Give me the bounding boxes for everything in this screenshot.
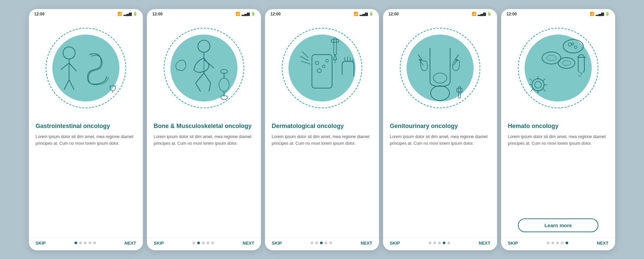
bottom-nav-4: SKIP NEXT xyxy=(383,238,497,250)
status-bar-4: 12:00 📶 ▂▄▆ 🔋 xyxy=(383,9,497,18)
card-title-4: Genitourinary oncology xyxy=(390,122,490,130)
phone-screen-bone: 12:00 📶 ▂▄▆ 🔋 xyxy=(147,9,261,250)
time-2: 12:00 xyxy=(152,12,163,16)
svg-line-48 xyxy=(530,79,532,81)
content-area-5: Hemato oncology Lorem ipsum dolor sit di… xyxy=(501,118,615,238)
phone-screen-genitourinary: 12:00 📶 ▂▄▆ 🔋 xyxy=(383,9,497,250)
signal-icon: ▂▄▆ xyxy=(123,12,131,16)
time-1: 12:00 xyxy=(34,12,45,16)
dot-3-1 xyxy=(315,242,318,244)
svg-point-39 xyxy=(433,73,447,83)
dot-1-1 xyxy=(79,242,82,244)
content-area-4: Genitourinary oncology Lorem ipsum dolor… xyxy=(383,118,497,238)
time-4: 12:00 xyxy=(388,12,399,16)
phone-screen-gastrointestinal: 12:00 📶 ▂▄▆ 🔋 xyxy=(29,9,143,250)
time-5: 12:00 xyxy=(506,12,517,16)
svg-point-60 xyxy=(568,43,572,46)
dots-4 xyxy=(429,242,450,244)
dot-1-4 xyxy=(93,242,96,244)
wifi-icon-2: 📶 xyxy=(235,12,240,16)
signal-icon-2: ▂▄▆ xyxy=(241,12,250,16)
illustration-gastrointestinal xyxy=(39,21,133,115)
dot-3-4 xyxy=(329,242,332,244)
card-body-4: Lorem ipsum dolor sit dim amet, mea regi… xyxy=(390,133,490,235)
phone-screen-hemato: 12:00 📶 ▂▄▆ 🔋 xyxy=(501,9,615,250)
status-bar-3: 12:00 📶 ▂▄▆ 🔋 xyxy=(265,9,379,18)
next-3[interactable]: NEXT xyxy=(361,241,372,246)
battery-icon-5: 🔋 xyxy=(605,12,610,16)
svg-point-43 xyxy=(546,55,556,61)
svg-line-15 xyxy=(204,73,211,83)
next-1[interactable]: NEXT xyxy=(124,241,136,246)
status-bar-1: 12:00 📶 ▂▄▆ 🔋 xyxy=(29,9,143,18)
svg-line-52 xyxy=(543,89,545,91)
card-body-1: Lorem ipsum dolor sit dim amet, mea regi… xyxy=(36,133,136,235)
bottom-nav-5: SKIP NEXT xyxy=(501,238,615,250)
card-body-5: Lorem ipsum dolor sit dim amet, mea regi… xyxy=(508,133,608,216)
skip-1[interactable]: SKIP xyxy=(36,241,46,246)
dot-2-0 xyxy=(193,242,195,244)
svg-point-26 xyxy=(326,59,328,62)
card-title-3: Dermatological oncology xyxy=(272,122,372,130)
skip-5[interactable]: SKIP xyxy=(508,241,518,246)
svg-point-20 xyxy=(221,69,227,73)
svg-point-0 xyxy=(63,47,75,59)
svg-point-24 xyxy=(322,65,325,68)
illustration-area-3 xyxy=(265,18,379,118)
dot-5-2 xyxy=(556,242,559,244)
signal-icon-5: ▂▄▆ xyxy=(596,12,604,16)
svg-line-14 xyxy=(196,83,201,91)
svg-point-46 xyxy=(532,79,544,91)
card-title-5: Hemato oncology xyxy=(508,122,608,130)
dot-3-3 xyxy=(325,242,327,244)
dot-4-2 xyxy=(438,242,441,244)
svg-line-2 xyxy=(61,63,69,70)
learn-more-button[interactable]: Learn more xyxy=(518,218,598,232)
dot-4-3 xyxy=(443,242,445,244)
bottom-nav-3: SKIP NEXT xyxy=(265,238,379,250)
next-2[interactable]: NEXT xyxy=(243,241,254,246)
svg-rect-57 xyxy=(579,68,584,73)
dot-4-4 xyxy=(447,242,450,244)
card-body-3: Lorem ipsum dolor sit dim amet, mea regi… xyxy=(272,133,372,235)
bottom-nav-1: SKIP NEXT xyxy=(29,238,143,250)
svg-point-6 xyxy=(110,85,115,91)
dot-2-4 xyxy=(211,242,214,244)
svg-rect-30 xyxy=(331,40,339,42)
battery-icon-2: 🔋 xyxy=(251,12,256,16)
svg-rect-41 xyxy=(457,88,462,92)
next-5[interactable]: NEXT xyxy=(597,241,608,246)
content-area-1: Gastrointestinal oncology Lorem ipsum do… xyxy=(29,118,143,238)
dot-3-2 xyxy=(320,242,323,244)
card-title-1: Gastrointestinal oncology xyxy=(36,122,136,130)
status-icons-2: 📶 ▂▄▆ 🔋 xyxy=(235,12,256,16)
screens-container: 12:00 📶 ▂▄▆ 🔋 xyxy=(29,9,615,250)
svg-line-54 xyxy=(543,79,545,81)
skip-3[interactable]: SKIP xyxy=(272,241,282,246)
status-icons-4: 📶 ▂▄▆ 🔋 xyxy=(472,12,492,16)
illustration-area-1 xyxy=(29,18,143,118)
illustration-area-5 xyxy=(501,18,615,118)
content-area-2: Bone & Musculoskeletal oncology Lorem ip… xyxy=(147,118,261,238)
content-area-3: Dermatological oncology Lorem ipsum dolo… xyxy=(265,118,379,238)
svg-point-38 xyxy=(431,86,449,101)
wifi-icon-5: 📶 xyxy=(590,12,594,16)
svg-line-8 xyxy=(115,85,116,87)
phone-screen-dermatological: 12:00 📶 ▂▄▆ 🔋 xyxy=(265,9,379,250)
svg-line-35 xyxy=(302,51,309,58)
svg-point-59 xyxy=(563,40,583,53)
dot-2-3 xyxy=(207,242,209,244)
svg-line-5 xyxy=(69,80,74,90)
dot-5-1 xyxy=(551,242,554,244)
svg-rect-27 xyxy=(334,38,336,55)
svg-point-61 xyxy=(574,46,577,49)
illustration-dermatological xyxy=(275,21,369,115)
svg-point-62 xyxy=(572,43,574,45)
skip-4[interactable]: SKIP xyxy=(390,241,400,246)
status-icons-1: 📶 ▂▄▆ 🔋 xyxy=(117,12,138,16)
signal-icon-4: ▂▄▆ xyxy=(478,12,486,16)
next-4[interactable]: NEXT xyxy=(479,241,490,246)
card-title-2: Bone & Musculoskeletal oncology xyxy=(154,122,254,130)
skip-2[interactable]: SKIP xyxy=(154,241,164,246)
signal-icon-3: ▂▄▆ xyxy=(360,12,368,16)
